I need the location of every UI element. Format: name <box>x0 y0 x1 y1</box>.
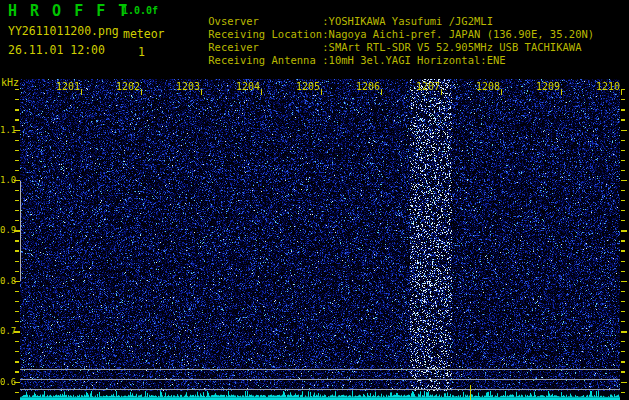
freq-minor-tick <box>15 140 19 141</box>
reference-line <box>20 379 620 380</box>
freq-minor-tick-right <box>621 140 625 141</box>
freq-tick-label: 0.9 <box>0 225 14 235</box>
minute-tick <box>141 89 143 95</box>
freq-tick-label: 1.1 <box>0 125 14 135</box>
freq-minor-tick <box>15 250 19 251</box>
freq-minor-tick-right <box>621 271 625 272</box>
app-title: H R O F F T <box>8 2 129 20</box>
freq-minor-tick <box>15 321 19 322</box>
freq-major-tick-right <box>621 180 627 182</box>
time-tick-label: 1203 <box>170 81 200 92</box>
freq-minor-tick <box>15 341 19 342</box>
app-version: 1.0.0f <box>122 5 158 16</box>
freq-minor-tick <box>15 301 19 302</box>
freq-minor-tick <box>15 89 19 90</box>
freq-minor-tick-right <box>621 291 625 292</box>
freq-minor-tick-right <box>621 150 625 151</box>
freq-minor-tick <box>15 220 19 221</box>
freq-minor-tick-right <box>621 119 625 120</box>
freq-minor-tick <box>15 291 19 292</box>
minute-tick <box>561 89 563 95</box>
time-tick-label: 1201 <box>50 81 80 92</box>
minute-tick <box>501 89 503 95</box>
freq-minor-tick-right <box>621 261 625 262</box>
freq-minor-tick-right <box>621 99 625 100</box>
minute-tick <box>621 89 623 95</box>
freq-minor-tick-right <box>621 301 625 302</box>
freq-minor-tick <box>15 392 19 393</box>
freq-minor-tick <box>15 170 19 171</box>
freq-minor-tick-right <box>621 200 625 201</box>
freq-tick-label: 1.0 <box>0 175 14 185</box>
freq-minor-tick-right <box>621 321 625 322</box>
freq-major-tick <box>14 130 20 132</box>
freq-minor-tick-right <box>621 170 625 171</box>
freq-minor-tick <box>15 371 19 372</box>
time-tick-label: 1209 <box>530 81 560 92</box>
freq-range-marker <box>20 181 22 281</box>
freq-minor-tick-right <box>621 250 625 251</box>
freq-minor-tick <box>15 99 19 100</box>
reference-line <box>20 389 620 390</box>
freq-minor-tick <box>15 190 19 191</box>
output-filename: YY2611011200.png <box>8 24 119 38</box>
freq-minor-tick-right <box>621 190 625 191</box>
freq-major-tick-right <box>621 331 627 333</box>
time-tick-label: 1207 <box>410 81 440 92</box>
minute-tick <box>261 89 263 95</box>
freq-axis-unit: kHz <box>1 77 19 88</box>
freq-major-tick-right <box>621 230 627 232</box>
freq-tick-label: 0.8 <box>0 276 14 286</box>
freq-minor-tick-right <box>621 240 625 241</box>
freq-minor-tick <box>15 150 19 151</box>
info-label: Receiving Antenna <box>208 54 322 66</box>
time-tick-label: 1208 <box>470 81 500 92</box>
minute-tick <box>201 89 203 95</box>
freq-minor-tick-right <box>621 160 625 161</box>
freq-minor-tick-right <box>621 341 625 342</box>
freq-minor-tick <box>15 351 19 352</box>
freq-major-tick <box>14 331 20 333</box>
freq-minor-tick <box>15 311 19 312</box>
minute-tick <box>321 89 323 95</box>
freq-minor-tick-right <box>621 311 625 312</box>
minute-tick <box>81 89 83 95</box>
freq-tick-label: 0.6 <box>0 377 14 387</box>
freq-major-tick-right <box>621 130 627 132</box>
freq-minor-tick <box>15 160 19 161</box>
freq-minor-tick <box>15 210 19 211</box>
freq-minor-tick <box>15 261 19 262</box>
freq-minor-tick <box>15 361 19 362</box>
minute-tick <box>441 89 443 95</box>
freq-minor-tick-right <box>621 220 625 221</box>
info-value: :10mH 3el.YAGI Horizontal:ENE <box>322 54 505 66</box>
freq-major-tick-right <box>621 281 627 283</box>
freq-minor-tick <box>15 271 19 272</box>
freq-minor-tick <box>15 109 19 110</box>
freq-minor-tick-right <box>621 351 625 352</box>
meteor-count: 1 <box>138 45 145 59</box>
time-tick-label: 1206 <box>350 81 380 92</box>
minute-tick <box>381 89 383 95</box>
time-tick-label: 1210 <box>590 81 620 92</box>
freq-major-tick-right <box>621 382 627 384</box>
time-tick-label: 1204 <box>230 81 260 92</box>
freq-minor-tick <box>15 119 19 120</box>
freq-tick-label: 0.7 <box>0 326 14 336</box>
hrofft-screen: H R O F F T 1.0.0f YY2611011200.png mete… <box>0 0 629 400</box>
freq-minor-tick-right <box>621 210 625 211</box>
info-row-antenna: Receiving Antenna:10mH 3el.YAGI Horizont… <box>183 42 506 78</box>
freq-major-tick <box>14 382 20 384</box>
reference-line <box>20 369 620 370</box>
freq-minor-tick-right <box>621 361 625 362</box>
freq-minor-tick-right <box>621 109 625 110</box>
freq-minor-tick-right <box>621 371 625 372</box>
time-tick-label: 1205 <box>290 81 320 92</box>
datetime-label: 26.11.01 12:00 <box>8 43 105 57</box>
time-tick-label: 1202 <box>110 81 140 92</box>
freq-minor-tick-right <box>621 392 625 393</box>
echo-marker <box>470 385 472 400</box>
freq-minor-tick <box>15 240 19 241</box>
spectrogram-canvas <box>20 79 620 392</box>
signal-level-strip <box>20 391 620 400</box>
